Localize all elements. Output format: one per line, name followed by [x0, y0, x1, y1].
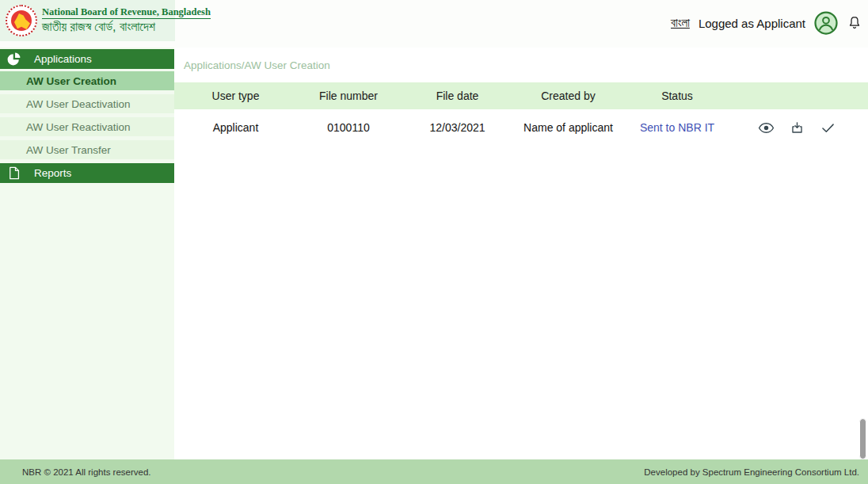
- column-header-user-type: User type: [174, 90, 297, 102]
- footer-bar: NBR © 2021 All rights reserved. Develope…: [0, 459, 868, 484]
- cell-status-link[interactable]: Sent to NBR IT: [622, 121, 733, 134]
- logged-as-label: Logged as Applicant: [699, 17, 805, 30]
- user-avatar-icon: [814, 11, 838, 35]
- column-header-status: Status: [622, 90, 733, 102]
- column-header-file-date: File date: [400, 90, 515, 102]
- sidebar-item-label: AW User Reactivation: [26, 121, 131, 133]
- pie-chart-icon: [6, 51, 21, 67]
- bell-icon: [847, 14, 862, 32]
- cell-user-type: Applicant: [174, 121, 297, 134]
- column-header-file-number: File number: [297, 90, 400, 102]
- breadcrumb: Applications/AW User Creation: [184, 59, 330, 71]
- column-header-created-by: Created by: [515, 90, 622, 102]
- user-avatar-button[interactable]: [814, 11, 838, 35]
- logo-title-bengali: জাতীয় রাজস্ব বোর্ড, বাংলাদেশ: [42, 20, 211, 34]
- language-toggle-link[interactable]: বাংলা: [671, 16, 690, 30]
- footer-developer-credit: Developed by Spectrum Engineering Consor…: [644, 467, 859, 477]
- cell-file-date: 12/03/2021: [400, 121, 515, 134]
- notifications-bell-button[interactable]: [847, 14, 862, 32]
- top-bar-right: বাংলা Logged as Applicant: [671, 0, 862, 46]
- sidebar-navigation: Applications AW User Creation AW User De…: [0, 48, 174, 459]
- sidebar-item-aw-user-reactivation[interactable]: AW User Reactivation: [0, 117, 174, 136]
- sidebar-section-label: Reports: [34, 167, 71, 179]
- main-content: Applications/AW User Creation User type …: [174, 48, 868, 459]
- row-actions: [733, 120, 868, 136]
- vertical-scrollbar-thumb[interactable]: [859, 418, 866, 459]
- nbr-emblem-logo: [6, 5, 37, 36]
- logo-title-english: National Board of Revenue, Bangladesh: [42, 6, 211, 19]
- sidebar-item-aw-user-deactivation[interactable]: AW User Deactivation: [0, 94, 174, 113]
- top-bar: National Board of Revenue, Bangladesh জা…: [0, 0, 868, 48]
- approve-check-icon[interactable]: [820, 120, 836, 136]
- sidebar-item-label: AW User Creation: [26, 75, 116, 87]
- view-eye-icon[interactable]: [758, 120, 775, 136]
- sidebar-item-aw-user-transfer[interactable]: AW User Transfer: [0, 140, 174, 159]
- sidebar-item-aw-user-creation[interactable]: AW User Creation: [0, 71, 174, 90]
- sidebar-section-label: Applications: [34, 53, 92, 65]
- cell-file-number: 0100110: [297, 121, 400, 134]
- sidebar-section-reports[interactable]: Reports: [0, 163, 174, 183]
- sidebar-section-applications[interactable]: Applications: [0, 49, 174, 69]
- footer-copyright: NBR © 2021 All rights reserved.: [22, 467, 151, 477]
- table-header-row: User type File number File date Created …: [174, 82, 868, 109]
- table-row: Applicant 0100110 12/03/2021 Name of app…: [174, 109, 868, 146]
- cell-created-by: Name of applicant: [515, 121, 622, 134]
- sidebar-item-label: AW User Deactivation: [26, 98, 131, 110]
- logo-text: National Board of Revenue, Bangladesh জা…: [42, 6, 211, 35]
- sidebar-item-label: AW User Transfer: [26, 144, 111, 156]
- download-icon[interactable]: [790, 120, 805, 135]
- document-icon: [6, 166, 21, 181]
- nbr-logo-block: National Board of Revenue, Bangladesh জা…: [0, 0, 175, 41]
